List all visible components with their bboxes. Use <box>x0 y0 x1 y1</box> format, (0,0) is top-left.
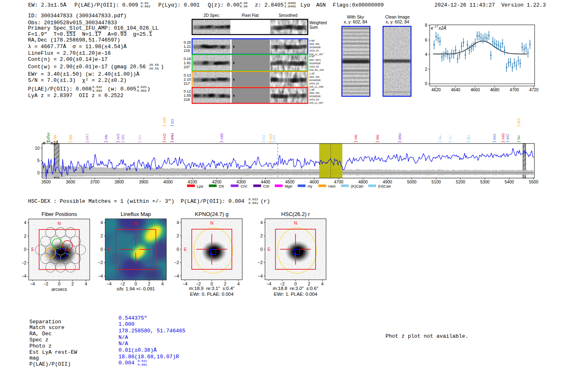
svg-text:0.032: 0.032 <box>93 86 102 89</box>
svg-text:2.8405: 2.8405 <box>284 2 296 5</box>
svg-text:Cont(w) = 2.90(±0.01)e-17 (gma: Cont(w) = 2.90(±0.01)e-17 (gmag 20.56 <box>28 64 146 70</box>
svg-text:4: 4 <box>100 220 103 225</box>
svg-text:0.022: 0.022 <box>249 198 258 201</box>
svg-text:0.12: 0.12 <box>184 89 191 93</box>
svg-text:Separation: Separation <box>29 319 61 325</box>
svg-text:s/b: 1.94 +/- 0.091: s/b: 1.94 +/- 0.091 <box>116 286 155 291</box>
svg-text:−4: −4 <box>107 281 111 286</box>
svg-text:2: 2 <box>148 281 151 286</box>
svg-text:e: e <box>431 26 433 30</box>
svg-text:HeII {: HeII { <box>398 133 402 142</box>
svg-text:NV {: NV { <box>53 135 57 142</box>
svg-text:−4: −4 <box>266 281 271 286</box>
svg-text:1.55: 1.55 <box>184 93 191 97</box>
svg-text:x, y: 602, 84: x, y: 602, 84 <box>386 19 409 24</box>
svg-text:MgII: MgII <box>285 184 292 188</box>
svg-text:KPNO(24.7) g: KPNO(24.7) g <box>195 211 229 217</box>
svg-text:0.81(±0.38)Å: 0.81(±0.38)Å <box>118 347 157 353</box>
svg-text:N/A: N/A <box>118 334 128 341</box>
svg-text:20.55: 20.55 <box>149 67 159 70</box>
svg-text:3600: 3600 <box>66 180 75 184</box>
svg-text:−2: −2 <box>174 260 179 265</box>
svg-text:Match score: Match score <box>29 325 64 331</box>
svg-text:E: E <box>184 247 187 252</box>
svg-text:4: 4 <box>177 220 179 225</box>
svg-text:CIII {: CIII { <box>517 118 521 126</box>
svg-text:OII {: OII { <box>262 135 266 142</box>
svg-text:0.544375": 0.544375" <box>118 315 147 321</box>
svg-text:x, y: 602, 84: x, y: 602, 84 <box>344 19 367 24</box>
svg-text:0.13: 0.13 <box>184 73 191 77</box>
svg-text:Clean Image: Clean Image <box>385 14 410 19</box>
svg-text:F=1.9" T=0.151 N=1.17 A=0.9: F=1.9" T=0.151 N=1.17 A=0.93 g=25.1 <box>28 31 152 37</box>
svg-text:3700: 3700 <box>90 180 100 184</box>
svg-text:−2: −2 <box>120 281 125 286</box>
svg-text:): ) <box>147 86 151 92</box>
svg-text:z: 2.8405: z: 2.8405 <box>255 2 284 8</box>
svg-text:−4: −4 <box>30 281 35 286</box>
svg-text:4680: 4680 <box>490 88 499 92</box>
svg-text:HeII {: HeII { <box>170 133 174 142</box>
svg-text:): ) <box>161 64 164 70</box>
svg-text:OIII {: OIII { <box>506 134 510 142</box>
svg-text:5000: 5000 <box>407 180 417 184</box>
svg-text:(597, 897): (597, 897) <box>309 58 321 61</box>
svg-text:N/A: N/A <box>118 341 128 347</box>
svg-text:−4: −4 <box>258 274 263 278</box>
svg-text:LyA z = 2.8397 OII z = 0.2522: LyA z = 2.8397 OII z = 0.2522 <box>28 93 123 99</box>
svg-text:SiII {: SiII { <box>376 135 380 142</box>
svg-text:−4: −4 <box>183 281 188 286</box>
svg-text:2.10: 2.10 <box>184 77 191 81</box>
svg-text:6: 6 <box>425 38 427 42</box>
svg-text:e: e <box>43 140 45 145</box>
svg-text:2024-12-26 11:43:27 Version 1: 2024-12-26 11:43:27 Version 1.22.3 <box>434 2 546 8</box>
svg-text:237: 237 <box>184 65 190 69</box>
svg-text:0.025: 0.025 <box>137 86 147 89</box>
svg-text:Cont(n) = 2.00(±0.14)e-17: Cont(n) = 2.00(±0.14)e-17 <box>28 56 107 63</box>
svg-text:0: 0 <box>100 247 103 252</box>
svg-text:4: 4 <box>85 281 87 286</box>
svg-text:−2: −2 <box>21 260 26 265</box>
svg-text:0.004: 0.004 <box>118 360 135 366</box>
svg-text:v015_03: v015_03 <box>309 82 319 85</box>
svg-text:Q(z): 0.00: Q(z): 0.00 <box>208 2 239 8</box>
svg-text:4720: 4720 <box>529 88 539 92</box>
svg-text:m:18.9 re:3.1" s:0.4": m:18.9 re:3.1" s:0.4" <box>189 286 234 291</box>
svg-text:RA,Dec (178.258698,51.746597): RA,Dec (178.258698,51.746597) <box>28 37 120 43</box>
svg-text:−2: −2 <box>43 281 48 286</box>
svg-text:20190528: 20190528 <box>309 95 321 97</box>
svg-text:0.002: 0.002 <box>137 89 147 93</box>
svg-text:−4: −4 <box>98 274 103 278</box>
svg-text:4620: 4620 <box>432 88 441 92</box>
svg-text:OVI {: OVI { <box>163 134 167 142</box>
svg-text:v015_03: v015_03 <box>309 98 319 101</box>
svg-text:(602, 84): (602, 84) <box>309 42 320 45</box>
svg-text:0.25: 0.25 <box>184 40 191 44</box>
svg-text:Lyα: Lyα <box>197 184 204 188</box>
svg-text:E: E <box>108 247 111 252</box>
svg-text:−4: −4 <box>21 274 26 278</box>
svg-text:HSC(26.2) r: HSC(26.2) r <box>281 211 310 217</box>
svg-text:OII {: OII { <box>170 119 174 126</box>
svg-text:v015_01: v015_01 <box>309 49 319 52</box>
svg-text:1.81: 1.81 <box>184 61 191 65</box>
svg-text:5200: 5200 <box>456 180 465 184</box>
svg-text:Lyα {: Lyα { <box>86 134 90 142</box>
svg-text:2: 2 <box>24 234 26 239</box>
svg-text:2.8405: 2.8405 <box>284 5 296 8</box>
svg-text:0.001: 0.001 <box>137 363 147 366</box>
svg-text:4: 4 <box>321 281 323 286</box>
svg-text:ID: 3003447833 (3003447833.pdf: ID: 3003447833 (3003447833.pdf) <box>28 13 127 19</box>
svg-text:3800: 3800 <box>115 180 124 184</box>
svg-text:v015_02: v015_02 <box>309 65 319 68</box>
svg-text:1.000: 1.000 <box>118 321 135 327</box>
svg-text:λ = 4667.77Å σ = 11.98(±4.54): λ = 4667.77Å σ = 11.98(±4.54)Å <box>28 44 127 50</box>
svg-text:CIII: CIII <box>263 184 269 188</box>
svg-text:5500: 5500 <box>529 180 539 184</box>
svg-text:Hγ {: Hγ { <box>448 135 453 142</box>
svg-text:−4: −4 <box>174 274 179 278</box>
svg-text:5300: 5300 <box>480 180 490 184</box>
svg-text:Fiber Positions: Fiber Positions <box>42 211 77 217</box>
svg-text:016_RL_100: 016_RL_100 <box>309 68 324 71</box>
svg-text:(w: 0.005: (w: 0.005 <box>108 86 137 92</box>
